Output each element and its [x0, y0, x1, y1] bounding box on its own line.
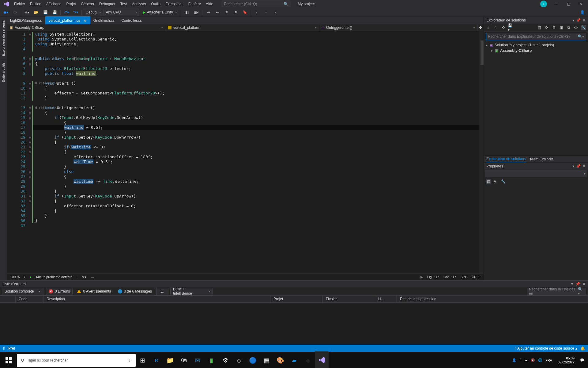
nav-fwd-icon[interactable]: ◌ [11, 9, 19, 16]
onedrive-icon[interactable]: ☁ [524, 358, 528, 362]
tb-btn-2[interactable]: ▦▾ [192, 9, 200, 16]
menu-déboguer[interactable]: Déboguer [97, 0, 118, 8]
messages-filter[interactable]: i 0 de 6 Messages [115, 288, 154, 295]
menu-édition[interactable]: Édition [28, 0, 44, 8]
open-icon[interactable]: 📂 [32, 9, 40, 16]
prop-az-icon[interactable]: A↓ [493, 179, 499, 184]
err-col[interactable]: Li... [375, 296, 397, 302]
edge-icon[interactable]: e [149, 352, 163, 368]
minimize-button[interactable]: ─ [550, 0, 562, 8]
menu-outils[interactable]: Outils [149, 0, 163, 8]
live-share-icon[interactable]: 👤 [578, 9, 586, 16]
save-icon[interactable]: 💾 [41, 9, 49, 16]
left-rail-tab-server-explorer[interactable]: Explorateur de serveurs [1, 17, 6, 59]
tb-btn-1[interactable]: ◧ [183, 9, 191, 16]
build-intellisense-dropdown[interactable]: Build + IntelliSense [170, 288, 213, 295]
mail-icon[interactable]: ✉ [191, 352, 205, 368]
err-dropdown-icon[interactable]: ▾ [571, 282, 573, 286]
warnings-filter[interactable]: 0 Avertissements [74, 288, 113, 295]
se-save-icon[interactable]: 💾▾ [508, 25, 513, 30]
config-dropdown[interactable]: Debug [84, 9, 102, 16]
se-show-icon[interactable]: ▥ [537, 25, 542, 30]
panel-pin-icon[interactable]: 📌 [576, 18, 581, 22]
prop-close-icon[interactable]: ✕ [582, 164, 586, 168]
tray-chevron-icon[interactable]: ˄ [519, 358, 521, 362]
keyboard-lang[interactable]: FRA [545, 358, 552, 362]
menu-fenêtre[interactable]: Fenêtre [186, 0, 203, 8]
source-control-button[interactable]: ↑ Ajouter au contrôle de code source ▴ [514, 346, 577, 351]
unity-icon[interactable]: ◆ [301, 352, 315, 368]
people-icon[interactable]: 👤 [512, 358, 516, 362]
undo-icon[interactable]: ↶▾ [62, 9, 70, 16]
solution-tree[interactable]: ▸ ▣ Solution 'My project' (1 sur 1 proje… [484, 41, 588, 155]
err-col[interactable]: Fichier [323, 296, 375, 302]
save-all-icon[interactable]: 💾 [51, 9, 58, 16]
menu-search[interactable]: Rechercher (Ctrl+Q) 🔍 [222, 1, 290, 7]
error-scope-dropdown[interactable]: Solution complète [2, 288, 44, 295]
platform-dropdown[interactable]: Any CPU [104, 9, 139, 16]
nav-dd-class[interactable]: vertical_platform ▾ [165, 24, 319, 31]
tb-uncomment-icon[interactable]: ≡ [232, 9, 240, 16]
start-button[interactable] [0, 352, 17, 368]
error-search[interactable]: Rechercher dans la liste des err 🔍▾ [527, 288, 586, 295]
app-grid-icon[interactable]: ▦ [260, 352, 273, 368]
err-col[interactable]: État de la suppression [397, 296, 588, 302]
se-refresh-icon[interactable]: ⟳ [544, 25, 549, 30]
nav-back-icon[interactable]: ◉▾ [2, 9, 10, 16]
tb-outdent-icon[interactable]: ⇤ [213, 9, 221, 16]
minimap[interactable] [479, 31, 484, 273]
tool-icon[interactable]: ✎▾ [82, 275, 86, 279]
prop-dropdown-icon[interactable]: ▾ [572, 164, 574, 168]
panel-dropdown-icon[interactable]: ▾ [572, 18, 574, 22]
app1-icon[interactable]: ▮ [205, 352, 218, 368]
doc-tab[interactable]: vertical_platform.cs✕ [45, 16, 90, 24]
err-col[interactable]: Description [43, 296, 270, 302]
se-expand-icon[interactable]: ▣ [559, 25, 564, 30]
menu-générer[interactable]: Générer [78, 0, 97, 8]
tb-indent-icon[interactable]: ⇥ [204, 9, 212, 16]
solution-node[interactable]: ▸ ▣ Solution 'My project' (1 sur 1 proje… [486, 42, 586, 48]
system-tray[interactable]: 👤 ˄ ☁ 🔇 🌐 FRA 05:09 09/02/2022 💬 [508, 356, 588, 364]
se-collapse-icon[interactable]: ⊟ [551, 25, 557, 30]
nav-dd-method[interactable]: ◻ Ontriggerenter() ▾ [319, 24, 477, 31]
se-wrench-icon[interactable]: 🔧 [581, 25, 586, 30]
tb-bookmark-icon[interactable]: 🔖 [241, 9, 249, 16]
panel-close-icon[interactable]: ✕ [582, 18, 586, 22]
prop-pin-icon[interactable]: 📌 [576, 164, 581, 168]
se-back-icon[interactable]: ◌ [493, 25, 499, 30]
tb-misc-3[interactable]: ▫ [271, 9, 279, 16]
menu-aide[interactable]: Aide [203, 0, 216, 8]
project-node[interactable]: ▸ ▣ Assembly-CSharp [486, 48, 586, 53]
user-avatar[interactable]: T [540, 1, 547, 7]
taskbar-search[interactable]: O Taper ici pour rechercher 🎙 [17, 354, 136, 367]
store-icon[interactable]: 🛍 [177, 352, 191, 368]
prop-cat-icon[interactable]: ▤ [486, 179, 491, 184]
err-col[interactable]: Code [16, 296, 43, 302]
menu-test[interactable]: Test [118, 0, 130, 8]
new-item-icon[interactable]: ✚▾ [23, 9, 31, 16]
taskview-icon[interactable]: ⊞ [136, 352, 149, 368]
tb-misc-2[interactable]: ▫ [262, 9, 270, 16]
explorer-icon[interactable]: 📁 [163, 352, 177, 368]
nav-split-icon[interactable]: ✚ [477, 25, 484, 30]
se-view-icon[interactable]: <> [573, 25, 579, 30]
doc-tab[interactable]: GridBrush.cs [90, 16, 118, 24]
menu-fichier[interactable]: Fichier [12, 0, 28, 8]
tab-close-icon[interactable]: ✕ [83, 18, 87, 23]
tab-team-explorer[interactable]: Team Explorer [530, 156, 553, 162]
menu-extensions[interactable]: Extensions [163, 0, 186, 8]
doc-tab[interactable]: Controller.cs [118, 16, 145, 24]
network-icon[interactable]: 🌐 [538, 358, 542, 362]
errors-filter[interactable]: ✕ 0 Erreurs [46, 288, 73, 295]
tb-misc-1[interactable]: ▫ [253, 9, 261, 16]
notifications-icon[interactable]: 💬 [580, 358, 584, 362]
settings-icon[interactable]: ⚙ [218, 352, 232, 368]
solution-explorer-search[interactable]: Rechercher dans Explorateur de solutions… [486, 33, 586, 40]
attach-unity-button[interactable]: ▶ Attacher à Unity ▾ [140, 9, 179, 16]
se-prop-icon[interactable]: ⧉ [566, 25, 571, 30]
maximize-button[interactable]: ▢ [562, 0, 575, 8]
properties-dropdown[interactable]: ▾ [485, 170, 587, 177]
zoom-level[interactable]: 100 % [10, 275, 20, 279]
close-button[interactable]: ✕ [575, 0, 587, 8]
tb-comment-icon[interactable]: ≡ [223, 9, 231, 16]
